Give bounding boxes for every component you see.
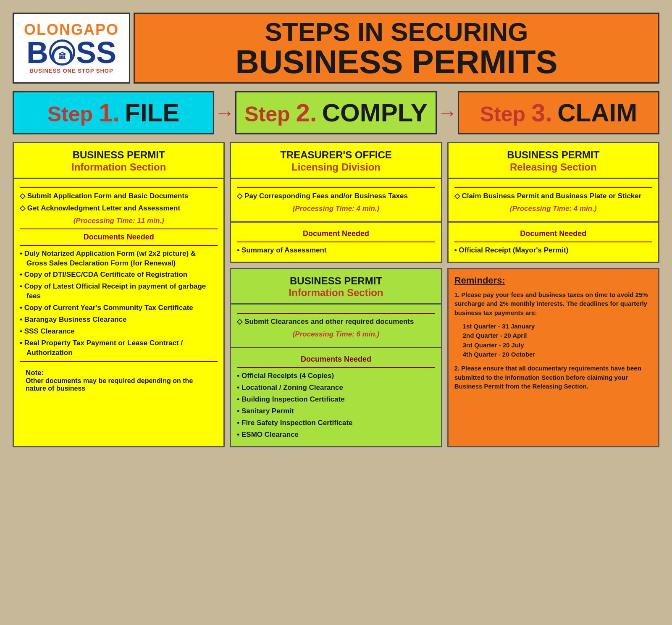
bpinfo2-body: Submit Clearances and other required doc… <box>231 305 441 347</box>
treasurer-bullet-0: Pay Corresponding Fees and/or Business T… <box>237 192 435 201</box>
releasing-title: BUSINESS PERMIT <box>453 149 654 161</box>
bpinfo2-doc-0: Official Receipts (4 Copies) <box>237 371 435 381</box>
t-divider2 <box>237 242 435 242</box>
bpinfo2-title: BUSINESS PERMIT <box>235 275 436 287</box>
step1-doc-5: SSS Clearance <box>20 327 218 336</box>
step1-doc-2: Copy of Latest Official Receipt in payme… <box>20 282 218 301</box>
title-line1: STEPS IN SECURING <box>265 18 528 45</box>
bpinfo2-docs-label: Documents Needed <box>237 355 435 364</box>
bpinfo2-bullet-0: Submit Clearances and other required doc… <box>237 317 435 327</box>
step1-doc-3: Copy of Current Year's Community Tax Cer… <box>20 303 218 313</box>
r-divider2 <box>454 242 652 242</box>
logo-b: B <box>26 37 48 68</box>
reminder1-text: 1. Please pay your fees and business tax… <box>454 290 652 318</box>
svg-text:🏛: 🏛 <box>58 52 66 61</box>
bpinfo2-doc-3: Sanitary Permit <box>237 407 435 416</box>
step3-label: Step 3. CLAIM <box>480 105 638 125</box>
step1-processing-time: (Processing Time: 11 min.) <box>20 217 218 225</box>
quarters-table: 1st Quarter - 31 January 2nd Quarter - 2… <box>463 322 652 360</box>
step1-doc-0: Duly Notarized Application Form (w/ 2x2 … <box>20 249 218 268</box>
divider4 <box>20 361 218 362</box>
step1-card-header: BUSINESS PERMIT Information Section <box>14 143 223 179</box>
releasing-doc-0: Official Receipt (Mayor's Permit) <box>454 246 652 255</box>
reminder2-text: 2. Please ensure that all documentary re… <box>454 364 652 391</box>
releasing-header: BUSINESS PERMIT Releasing Section <box>449 143 658 179</box>
step1-bullet-1: Get Acknowledgment Letter and Assessment <box>20 204 218 213</box>
releasing-card: BUSINESS PERMIT Releasing Section Claim … <box>447 142 659 263</box>
bpinfo2-doc-2: Building Inspection Certificate <box>237 395 435 404</box>
step3-number: 3. <box>531 99 552 127</box>
releasing-doc-section: Document Needed Official Receipt (Mayor'… <box>449 221 658 262</box>
bpinfo2-processing-time: (Processing Time: 6 min.) <box>237 330 435 339</box>
divider1 <box>20 187 218 188</box>
step1-doc-4: Barangay Business Clearance <box>20 315 218 325</box>
step1-card-title: BUSINESS PERMIT <box>18 149 219 161</box>
releasing-processing-time: (Processing Time: 4 min.) <box>454 205 652 213</box>
step2-word: COMPLY <box>322 99 428 127</box>
step1-note-label: Note: <box>26 369 44 377</box>
logo-olongapo: OLONGAPO <box>24 22 119 37</box>
main-grid: BUSINESS PERMIT Information Section Subm… <box>13 142 659 447</box>
bp2-divider1 <box>237 313 435 314</box>
treasurer-card: TREASURER'S OFFICE Licensing Division Pa… <box>230 142 442 263</box>
bp2-divider2 <box>237 367 435 368</box>
treasurer-title: TREASURER'S OFFICE <box>235 149 436 161</box>
releasing-body: Claim Business Permit and Business Plate… <box>449 179 658 221</box>
title-box: STEPS IN SECURING BUSINESS PERMITS <box>134 13 659 84</box>
logo-ss: SS <box>76 37 116 68</box>
quarter-0: 1st Quarter - 31 January <box>463 322 652 331</box>
logo-tagline: BUSINESS ONE STOP SHOP <box>29 68 113 74</box>
r-divider1 <box>454 187 652 188</box>
treasurer-doc-section: Document Needed Summary of Assessment <box>231 221 441 262</box>
bpinfo2-header: BUSINESS PERMIT Information Section <box>231 269 441 305</box>
step1-card-subtitle: Information Section <box>18 161 219 173</box>
releasing-bullet-0: Claim Business Permit and Business Plate… <box>454 192 652 201</box>
reminders-card: Reminders: 1. Please pay your fees and b… <box>447 268 659 447</box>
step2-label: Step 2. COMPLY <box>244 105 428 125</box>
steps-row: Step 1. FILE → Step 2. COMPLY → Step 3. … <box>13 91 659 134</box>
treasurer-subtitle: Licensing Division <box>235 161 436 173</box>
bpinfo2-doc-1: Locational / Zoning Clearance <box>237 383 435 393</box>
treasurer-doc-0: Summary of Assessment <box>237 246 435 255</box>
bpinfo2-doc-4: Fire Safety Inspection Certificate <box>237 418 435 428</box>
logo-boss: B 🏛 SS <box>26 37 116 68</box>
step3-box: Step 3. CLAIM <box>458 91 659 134</box>
reminders-title: Reminders: <box>454 275 652 286</box>
step1-word: FILE <box>125 99 179 127</box>
logo-o-circle: 🏛 <box>49 39 75 66</box>
treasurer-header: TREASURER'S OFFICE Licensing Division <box>231 143 441 179</box>
step1-doc-6: Real Property Tax Payment or Lease Contr… <box>20 339 218 358</box>
step1-card: BUSINESS PERMIT Information Section Subm… <box>13 142 225 447</box>
page-wrapper: OLONGAPO B 🏛 SS BUSINESS ONE STOP SHOP S… <box>8 8 664 452</box>
bpinfo2-card: BUSINESS PERMIT Information Section Subm… <box>230 268 442 447</box>
step2-box: Step 2. COMPLY <box>235 91 437 134</box>
treasurer-processing-time: (Processing Time: 4 min.) <box>237 205 435 213</box>
step2-number: 2. <box>296 99 317 127</box>
bpinfo2-doc-section: Documents Needed Official Receipts (4 Co… <box>231 347 441 446</box>
quarter-3: 4th Quarter - 20 October <box>463 350 652 360</box>
divider3 <box>20 245 218 246</box>
logo-box: OLONGAPO B 🏛 SS BUSINESS ONE STOP SHOP <box>13 13 130 84</box>
header: OLONGAPO B 🏛 SS BUSINESS ONE STOP SHOP S… <box>13 13 659 84</box>
step1-box: Step 1. FILE <box>13 91 214 134</box>
reminder1-content: Please pay your fees and business taxes … <box>454 291 648 317</box>
step1-doc-1: Copy of DTI/SEC/CDA Certificate of Regis… <box>20 270 218 280</box>
t-divider1 <box>237 187 435 188</box>
treasurer-doc-label: Document Needed <box>237 229 435 238</box>
releasing-subtitle: Releasing Section <box>453 161 654 173</box>
quarter-1: 2nd Quarter - 20 April <box>463 331 652 341</box>
step1-docs-label: Documents Needed <box>20 233 218 242</box>
step1-note-section: Note: Other documents may be required de… <box>20 365 218 397</box>
reminder2-content: Please ensure that all documentary requi… <box>454 365 641 390</box>
arrow2: → <box>437 101 458 124</box>
divider2 <box>20 228 218 229</box>
quarter-2: 3rd Quarter - 20 July <box>463 341 652 350</box>
arrow1: → <box>214 101 235 124</box>
step3-word: CLAIM <box>557 99 637 127</box>
step1-number: 1. <box>99 99 120 127</box>
step1-note-text: Other documents may be required dependin… <box>26 377 193 392</box>
step1-card-body: Submit Application Form and Basic Docume… <box>14 179 223 446</box>
title-line2: BUSINESS PERMITS <box>235 45 557 78</box>
step1-label: Step 1. FILE <box>47 105 180 125</box>
bpinfo2-subtitle: Information Section <box>235 287 436 299</box>
